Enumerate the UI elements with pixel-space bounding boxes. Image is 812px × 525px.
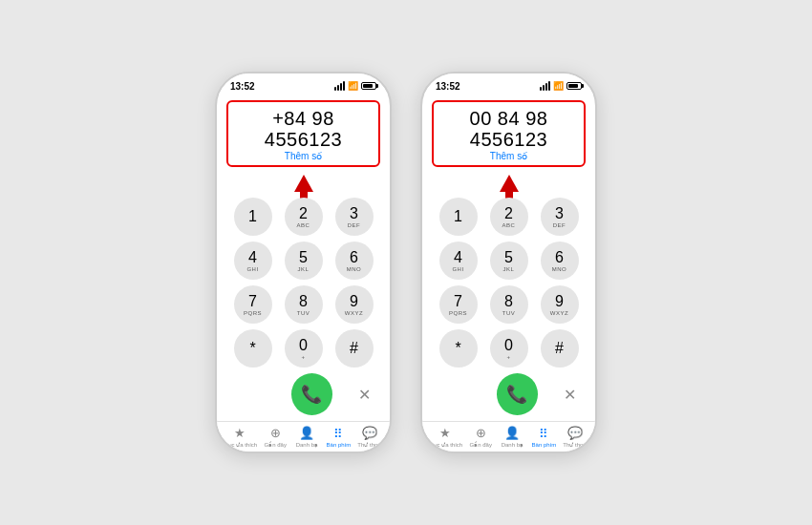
dial-num-*: * xyxy=(249,341,255,356)
delete-button-1[interactable]: ✕ xyxy=(352,382,376,407)
nav-item-Bàn-phím[interactable]: ⠿Bàn phím xyxy=(325,427,352,448)
dial-letters-7: PQRS xyxy=(244,310,262,316)
dial-btn-3[interactable]: 3DEF xyxy=(335,198,374,236)
dial-btn-7[interactable]: 7PQRS xyxy=(439,285,478,324)
dial-letters-6: MNO xyxy=(347,266,362,272)
dial-num-8: 8 xyxy=(299,294,308,309)
wifi-icon-2: 📶 xyxy=(553,81,564,91)
dial-num-0: 0 xyxy=(299,338,308,353)
dial-letters-5: JKL xyxy=(298,266,310,272)
phone-number-1: +84 98 4556123 xyxy=(236,108,371,150)
dial-num-7: 7 xyxy=(248,294,257,309)
dial-btn-9[interactable]: 9WXYZ xyxy=(335,285,374,324)
dialpad-2: 12ABC3DEF4GHI5JKL6MNO7PQRS8TUV9WXYZ*0+# xyxy=(422,196,595,369)
nav-label-Thư-thoại: Thư thoại xyxy=(563,441,588,448)
phone-icon-1: 📞 xyxy=(301,384,322,405)
dial-num-1: 1 xyxy=(454,209,462,224)
dial-num-2: 2 xyxy=(504,206,513,221)
dialpad-1: 12ABC3DEF4GHI5JKL6MNO7PQRS8TUV9WXYZ*0+# xyxy=(217,196,390,369)
dial-btn-3[interactable]: 3DEF xyxy=(541,198,579,236)
call-row-1: 📞 ✕ xyxy=(217,369,390,421)
call-row-2: 📞 ✕ xyxy=(422,369,595,421)
battery-icon-1 xyxy=(361,82,376,90)
dial-num-1: 1 xyxy=(248,209,257,224)
dial-btn-#[interactable]: # xyxy=(541,329,579,368)
dial-letters-0: + xyxy=(301,354,305,360)
dial-btn-*[interactable]: * xyxy=(439,329,478,368)
dial-num-*: * xyxy=(455,341,460,356)
dial-btn-#[interactable]: # xyxy=(335,329,374,368)
number-display-1: +84 98 4556123 Thêm số xyxy=(226,100,380,167)
dial-letters-7: PQRS xyxy=(449,310,467,316)
dial-letters-2: ABC xyxy=(502,222,516,228)
dial-btn-1[interactable]: 1 xyxy=(439,198,478,236)
dial-num-3: 3 xyxy=(350,206,358,221)
nav-item-Danh-bạ[interactable]: 👤Danh bạ xyxy=(293,426,320,448)
nav-item-Danh-bạ[interactable]: 👤Danh bạ xyxy=(499,426,525,448)
notch-2 xyxy=(476,74,543,91)
dial-btn-*[interactable]: * xyxy=(234,329,272,368)
phone-1: 13:52 📶 +84 98 4556123 Thêm số 12ABC3DEF… xyxy=(215,72,392,453)
dial-num-#: # xyxy=(555,341,564,356)
dial-btn-6[interactable]: 6MNO xyxy=(335,242,374,280)
dial-btn-8[interactable]: 8TUV xyxy=(490,285,528,324)
nav-item-Gần-đây[interactable]: ⊕Gần đây xyxy=(262,426,288,448)
nav-label-Mục-ưa-thích: Mục ưa thích xyxy=(429,441,463,448)
nav-icon-Bàn-phím: ⠿ xyxy=(539,427,548,441)
nav-icon-Mục-ưa-thích: ★ xyxy=(439,426,451,440)
arrow-up-icon-2 xyxy=(500,175,519,192)
dial-btn-0[interactable]: 0+ xyxy=(490,329,528,368)
dial-num-4: 4 xyxy=(454,250,462,265)
dial-num-8: 8 xyxy=(504,294,513,309)
dial-btn-5[interactable]: 5JKL xyxy=(285,242,323,280)
phone-2: 13:52 📶 00 84 98 4556123 Thêm số 12ABC3D… xyxy=(420,72,597,453)
dial-btn-8[interactable]: 8TUV xyxy=(285,285,323,324)
dial-btn-5[interactable]: 5JKL xyxy=(490,242,528,280)
status-icons-1: 📶 xyxy=(334,81,376,91)
dial-letters-3: DEF xyxy=(553,222,566,228)
dial-letters-9: WXYZ xyxy=(550,310,568,316)
call-button-1[interactable]: 📞 xyxy=(291,373,333,415)
dial-btn-0[interactable]: 0+ xyxy=(285,329,323,368)
time-1: 13:52 xyxy=(230,81,255,92)
battery-icon-2 xyxy=(566,82,582,90)
dial-btn-6[interactable]: 6MNO xyxy=(541,242,579,280)
dial-letters-4: GHI xyxy=(246,266,258,272)
nav-item-Gần-đây[interactable]: ⊕Gần đây xyxy=(467,426,494,448)
dial-btn-4[interactable]: 4GHI xyxy=(439,242,478,280)
call-button-2[interactable]: 📞 xyxy=(497,373,539,415)
dial-letters-4: GHI xyxy=(452,266,463,272)
nav-item-Thư-thoại[interactable]: 💬Thư thoại xyxy=(356,426,383,448)
them-so-2[interactable]: Thêm số xyxy=(441,151,576,161)
dial-letters-9: WXYZ xyxy=(345,310,363,316)
nav-item-Mục-ưa-thích[interactable]: ★Mục ưa thích xyxy=(224,426,258,448)
nav-label-Gần-đây: Gần đây xyxy=(265,441,287,448)
dial-btn-9[interactable]: 9WXYZ xyxy=(541,285,579,324)
nav-item-Mục-ưa-thích[interactable]: ★Mục ưa thích xyxy=(429,426,463,448)
nav-icon-Danh-bạ: 👤 xyxy=(299,426,314,440)
dial-btn-4[interactable]: 4GHI xyxy=(234,242,272,280)
dial-letters-8: TUV xyxy=(297,310,310,316)
dial-letters-6: MNO xyxy=(552,266,567,272)
dial-letters-2: ABC xyxy=(297,222,310,228)
arrow-up-icon-1 xyxy=(294,175,313,192)
nav-icon-Danh-bạ: 👤 xyxy=(504,426,520,440)
dial-btn-2[interactable]: 2ABC xyxy=(490,198,528,236)
bottom-nav-1: ★Mục ưa thích⊕Gần đây👤Danh bạ⠿Bàn phím💬T… xyxy=(217,421,390,452)
nav-icon-Bàn-phím: ⠿ xyxy=(333,427,343,441)
dial-num-9: 9 xyxy=(350,294,358,309)
nav-icon-Thư-thoại: 💬 xyxy=(567,426,583,440)
dial-btn-1[interactable]: 1 xyxy=(234,198,272,236)
them-so-1[interactable]: Thêm số xyxy=(236,151,371,161)
nav-item-Bàn-phím[interactable]: ⠿Bàn phím xyxy=(530,427,557,448)
nav-item-Thư-thoại[interactable]: 💬Thư thoại xyxy=(562,426,588,448)
dial-num-#: # xyxy=(350,341,358,356)
dial-btn-7[interactable]: 7PQRS xyxy=(234,285,272,324)
dial-btn-2[interactable]: 2ABC xyxy=(285,198,323,236)
number-display-2: 00 84 98 4556123 Thêm số xyxy=(432,100,586,167)
nav-icon-Thư-thoại: 💬 xyxy=(362,426,377,440)
nav-icon-Gần-đây: ⊕ xyxy=(476,426,486,440)
dial-num-2: 2 xyxy=(299,206,308,221)
dial-letters-3: DEF xyxy=(348,222,361,228)
delete-button-2[interactable]: ✕ xyxy=(557,382,582,407)
